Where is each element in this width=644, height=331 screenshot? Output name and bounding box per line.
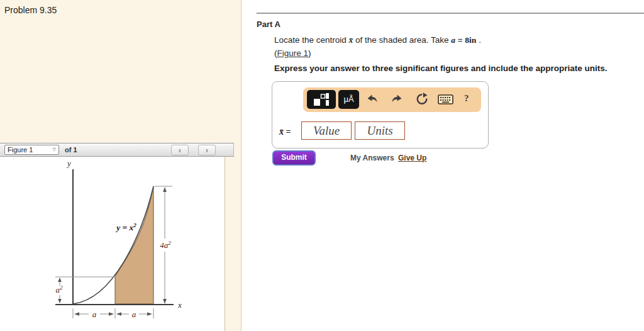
problem-title: Problem 9.35 xyxy=(4,5,57,15)
answer-instruction: Express your answer to three significant… xyxy=(274,64,608,73)
centroid-variable: x̄ xyxy=(279,127,284,137)
statement-text: . xyxy=(476,35,481,45)
statement-text: of the shaded area. Take xyxy=(353,35,451,45)
keyboard-icon xyxy=(438,94,453,104)
small-height-dimension-label: a2 xyxy=(56,284,64,295)
paren: ) xyxy=(308,48,311,58)
x-axis-label: x xyxy=(177,300,182,310)
template-icon xyxy=(313,93,330,106)
help-button[interactable]: ? xyxy=(464,93,469,104)
curve-equation-label: y = x2 xyxy=(115,222,136,232)
a-variable: a xyxy=(451,35,455,45)
figure-select-dropdown[interactable]: Figure 1 ▽ xyxy=(4,145,59,155)
statement-text: Locate the centroid xyxy=(274,35,349,45)
arrow-down-icon xyxy=(163,299,167,304)
undo-button[interactable] xyxy=(366,93,379,108)
undo-icon xyxy=(366,93,379,106)
redo-icon xyxy=(391,93,403,106)
statement-text: = xyxy=(455,35,465,45)
arrow-up-icon xyxy=(58,278,62,282)
value-input[interactable]: Value xyxy=(301,121,352,140)
shaded-area xyxy=(115,186,153,304)
height-dimension-label: 4a2 xyxy=(160,240,171,250)
units-input[interactable]: Units xyxy=(355,121,405,140)
figure-viewer-header: Figure 1 ▽ of 1 ‹ › xyxy=(0,143,234,157)
my-answers-link[interactable]: My Answers xyxy=(350,154,394,162)
base-dimension-label-left: a xyxy=(92,310,97,319)
submit-button[interactable]: Submit xyxy=(272,150,316,166)
part-a-heading: Part A xyxy=(257,20,280,29)
equation-toolbar: μÅ xyxy=(303,87,481,112)
give-up-link[interactable]: Give Up xyxy=(398,154,426,162)
problem-panel: Problem 9.35 Figure 1 ▽ of 1 ‹ › xyxy=(0,0,242,331)
figure-prev-button[interactable]: ‹ xyxy=(171,145,189,155)
figure-select-label: Figure 1 xyxy=(8,146,33,154)
arrow-down-icon xyxy=(58,299,62,303)
answer-box: μÅ xyxy=(272,81,489,149)
y-axis-label: y xyxy=(66,159,71,168)
arrow-up-icon xyxy=(163,187,167,192)
figure-canvas: y x y = x2 4a2 a2 a a xyxy=(0,157,225,331)
figure-next-button[interactable]: › xyxy=(198,145,216,155)
section-divider xyxy=(257,13,644,14)
figure-1-link[interactable]: Figure 1 xyxy=(277,48,309,58)
figure-reference: (Figure 1) xyxy=(274,48,311,58)
centroid-figure: y x y = x2 4a2 a2 a a xyxy=(0,157,225,331)
problem-statement: Locate the centroid x̄ of the shaded are… xyxy=(274,35,481,45)
equals-sign: = xyxy=(284,127,291,137)
keyboard-button[interactable] xyxy=(438,94,453,107)
answer-variable-label: x̄ = xyxy=(279,127,291,137)
units-palette-button[interactable]: μÅ xyxy=(338,90,359,109)
chevron-down-icon: ▽ xyxy=(53,147,56,152)
reset-icon xyxy=(415,93,429,106)
bottom-dimension-ticks xyxy=(73,308,153,318)
redo-button[interactable] xyxy=(391,93,403,108)
template-palette-button[interactable] xyxy=(307,90,336,109)
reset-button[interactable] xyxy=(415,93,429,109)
base-dimension-label-right: a xyxy=(132,310,136,319)
figure-count-label: of 1 xyxy=(65,146,77,154)
given-value: 8in xyxy=(465,35,476,45)
